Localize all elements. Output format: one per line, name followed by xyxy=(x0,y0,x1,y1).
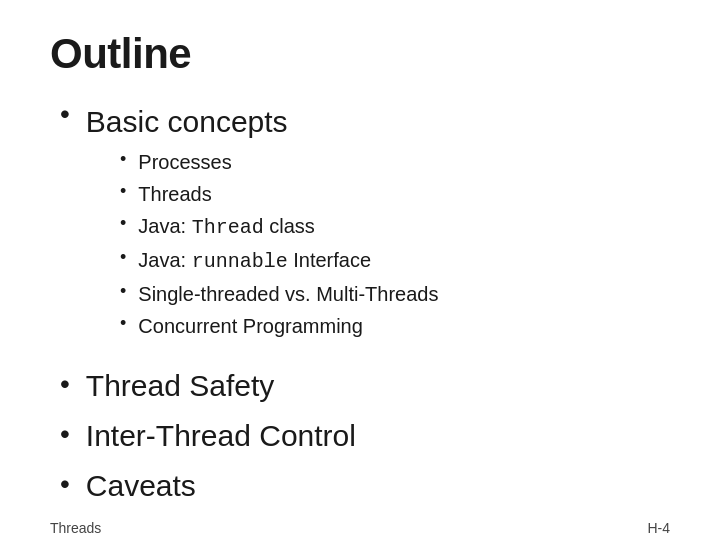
slide-content: • Basic concepts • Processes • Threads •… xyxy=(50,104,670,512)
slide: Outline • Basic concepts • Processes • T… xyxy=(0,0,720,540)
top-bullet-basic-concepts: • Basic concepts xyxy=(60,104,670,140)
main-bullet-caveats: • Caveats xyxy=(60,468,670,504)
sub-text-threads: Threads xyxy=(138,180,211,208)
sub-text-concurrent: Concurrent Programming xyxy=(138,312,363,340)
footer-left-label: Threads xyxy=(50,520,101,536)
slide-title: Outline xyxy=(50,30,670,78)
main-bullets-container: • Thread Safety • Inter-Thread Control •… xyxy=(60,368,670,512)
bullet-dot-basic: • xyxy=(60,100,70,128)
main-dot-1: • xyxy=(60,370,70,398)
sub-bullet-runnable: • Java: runnable Interface xyxy=(120,246,670,276)
basic-concepts-label: Basic concepts xyxy=(86,104,288,140)
main-bullet-thread-safety: • Thread Safety xyxy=(60,368,670,404)
sub-dot-5: • xyxy=(120,282,126,300)
sub-dot-1: • xyxy=(120,150,126,168)
main-bullet-inter-thread: • Inter-Thread Control xyxy=(60,418,670,454)
slide-footer: Threads H-4 xyxy=(50,512,670,536)
sub-dot-2: • xyxy=(120,182,126,200)
main-text-inter-thread: Inter-Thread Control xyxy=(86,418,356,454)
main-dot-2: • xyxy=(60,420,70,448)
sub-text-runnable: Java: runnable Interface xyxy=(138,246,371,276)
sub-dot-3: • xyxy=(120,214,126,232)
sub-bullet-processes: • Processes xyxy=(120,148,670,176)
main-text-thread-safety: Thread Safety xyxy=(86,368,274,404)
footer-slide-number: H-4 xyxy=(647,520,670,536)
sub-bullets-container: • Processes • Threads • Java: Thread cla… xyxy=(60,148,670,344)
sub-dot-4: • xyxy=(120,248,126,266)
sub-bullet-threads: • Threads xyxy=(120,180,670,208)
sub-bullet-thread-class: • Java: Thread class xyxy=(120,212,670,242)
sub-dot-6: • xyxy=(120,314,126,332)
sub-bullet-concurrent: • Concurrent Programming xyxy=(120,312,670,340)
sub-text-thread-class: Java: Thread class xyxy=(138,212,315,242)
sub-bullet-single-multi: • Single-threaded vs. Multi-Threads xyxy=(120,280,670,308)
main-text-caveats: Caveats xyxy=(86,468,196,504)
sub-text-processes: Processes xyxy=(138,148,231,176)
sub-text-single-multi: Single-threaded vs. Multi-Threads xyxy=(138,280,438,308)
main-dot-3: • xyxy=(60,470,70,498)
